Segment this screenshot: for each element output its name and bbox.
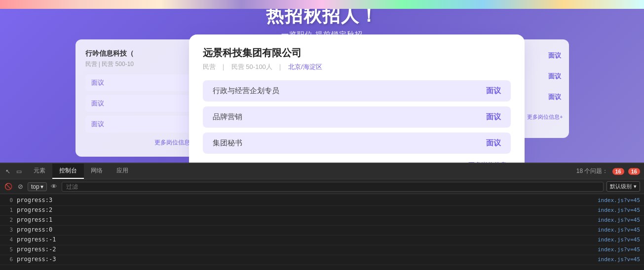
main-job-name-1: 行政与经营企划专员	[213, 86, 279, 96]
devtools-tab-bar: ↖ ▭ 元素 控制台 网络 应用 18 个问题： 16 16	[0, 164, 644, 179]
left-company-meta: 民营 | 民营 500-10	[85, 60, 194, 68]
console-line: 2 progress:1 index.js?v=45	[0, 216, 644, 226]
tab-console[interactable]: 控制台	[52, 164, 84, 179]
line-text: progress:3	[17, 197, 598, 203]
line-number: 1	[4, 207, 13, 213]
level-chevron-icon: ▾	[634, 183, 637, 190]
devtools-right-area: 18 个问题： 16 16	[576, 167, 640, 175]
main-meta-type: 民营	[203, 63, 216, 70]
filter-input[interactable]	[62, 182, 604, 192]
console-toolbar: 🚫 ⊘ top ▾ 👁 默认级别 ▾	[0, 179, 644, 194]
left-job-salary-1: 面议	[91, 78, 104, 87]
left-more-jobs[interactable]: 更多岗位信息+	[85, 138, 194, 147]
main-job-salary-3: 面议	[486, 138, 501, 148]
line-link[interactable]: index.js?v=45	[598, 227, 640, 233]
main-jobs-list: 行政与经营企划专员 面议 品牌营销 面议 集团秘书 面议	[203, 80, 511, 154]
banner: 热招秋招人！ 一览职位 提前锁定秋招 行吟信息科技（ 民营 | 民营 500-1…	[0, 0, 644, 163]
main-job-name-2: 品牌营销	[213, 112, 242, 122]
console-line: 4 progress:-1 index.js?v=45	[0, 236, 644, 245]
chevron-down-icon: ▾	[40, 183, 43, 190]
level-label: 默认级别	[610, 183, 632, 190]
right-job-salary-1: 面议	[546, 47, 563, 64]
right-more-jobs[interactable]: 更多岗位信息+	[527, 113, 563, 121]
banner-color-strip	[0, 0, 644, 9]
main-company-meta: 民营 ｜ 民营 50-100人 ｜ 北京/海淀区	[203, 63, 511, 71]
issues-text: 18 个问题：	[576, 167, 608, 175]
left-company-name: 行吟信息科技（	[85, 49, 194, 58]
top-selector-label: top	[31, 183, 39, 190]
cursor-icon[interactable]: ↖	[4, 168, 12, 175]
issues-badge: 16	[612, 168, 624, 175]
line-number: 6	[4, 256, 13, 263]
line-link[interactable]: index.js?v=45	[598, 256, 640, 263]
block-icon[interactable]: ⊘	[16, 182, 25, 191]
level-selector[interactable]: 默认级别 ▾	[606, 181, 640, 192]
right-job-salary-3: 面议	[546, 89, 563, 105]
line-text: progress:-1	[17, 236, 598, 243]
console-output: 0 progress:3 index.js?v=45 1 progress:2 …	[0, 194, 644, 270]
right-job-salary-2: 面议	[546, 68, 563, 85]
list-item[interactable]: 面议	[85, 74, 194, 91]
main-more-jobs[interactable]: 更多岗位信息+	[203, 161, 511, 163]
line-text: progress:2	[17, 206, 598, 213]
meta-separator-1: ｜	[220, 63, 227, 70]
list-item[interactable]: 面议	[85, 95, 194, 112]
card-left-partial: 行吟信息科技（ 民营 | 民营 500-10 面议 面议 面议 更多岗位信息+	[76, 39, 204, 157]
line-text: progress:1	[17, 216, 598, 223]
line-text: progress:-2	[17, 246, 598, 253]
top-selector[interactable]: top ▾	[28, 182, 47, 191]
left-job-salary-3: 面议	[91, 120, 104, 129]
console-line: 1 progress:2 index.js?v=45	[0, 206, 644, 216]
left-job-salary-2: 面议	[91, 99, 104, 108]
devtools-panel: ↖ ▭ 元素 控制台 网络 应用 18 个问题： 16 16 🚫 ⊘ top ▾…	[0, 163, 644, 270]
eye-icon[interactable]: 👁	[50, 182, 59, 191]
console-line: 3 progress:0 index.js?v=45	[0, 226, 644, 236]
list-item[interactable]: 行政与经营企划专员 面议	[203, 80, 511, 101]
console-line: 0 progress:3 index.js?v=45	[0, 196, 644, 206]
line-link[interactable]: index.js?v=45	[598, 197, 640, 203]
main-meta-size: 民营 50-100人	[231, 63, 272, 70]
cards-area: 行吟信息科技（ 民营 | 民营 500-10 面议 面议 面议 更多岗位信息+ …	[0, 34, 644, 163]
meta-separator-2: ｜	[277, 63, 283, 70]
tab-application[interactable]: 应用	[110, 164, 135, 179]
line-link[interactable]: index.js?v=45	[598, 246, 640, 253]
line-text: progress:0	[17, 226, 598, 233]
line-number: 4	[4, 236, 13, 243]
list-item[interactable]: 集团秘书 面议	[203, 133, 511, 154]
tab-elements[interactable]: 元素	[27, 164, 52, 179]
clear-icon[interactable]: 🚫	[4, 182, 13, 191]
console-line: 6 progress:-3 index.js?v=45	[0, 255, 644, 265]
tab-network[interactable]: 网络	[84, 164, 110, 179]
list-item[interactable]: 面议	[85, 116, 194, 133]
console-line: 5 progress:-2 index.js?v=45	[0, 245, 644, 255]
devtools-icons: ↖ ▭	[4, 168, 23, 175]
main-job-name-3: 集团秘书	[213, 138, 242, 148]
main-meta-location[interactable]: 北京/海淀区	[288, 63, 322, 70]
line-number: 3	[4, 227, 13, 233]
card-main: 远景科技集团有限公司 民营 ｜ 民营 50-100人 ｜ 北京/海淀区 行政与经…	[189, 34, 525, 163]
main-company-name: 远景科技集团有限公司	[203, 46, 511, 60]
main-job-salary-2: 面议	[486, 112, 501, 122]
line-link[interactable]: index.js?v=45	[598, 236, 640, 243]
line-link[interactable]: index.js?v=45	[598, 207, 640, 213]
error-badge: 16	[628, 168, 640, 175]
line-number: 2	[4, 217, 13, 223]
list-item[interactable]: 品牌营销 面议	[203, 106, 511, 128]
main-job-salary-1: 面议	[486, 86, 501, 96]
left-jobs-list: 面议 面议 面议	[85, 74, 194, 133]
line-link[interactable]: index.js?v=45	[598, 217, 640, 223]
line-number: 5	[4, 246, 13, 253]
line-text: progress:-3	[17, 256, 598, 263]
device-icon[interactable]: ▭	[15, 168, 23, 175]
line-number: 0	[4, 197, 13, 203]
